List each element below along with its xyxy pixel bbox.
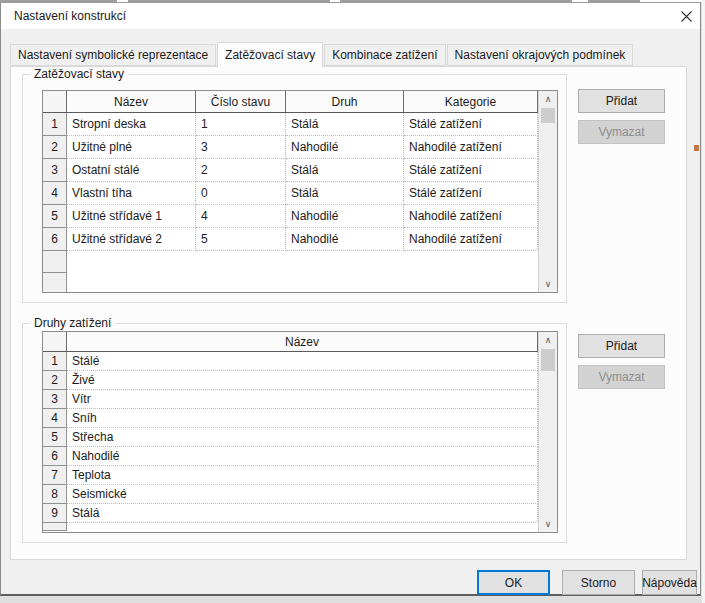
cell-cislo-stavu[interactable]: 5 <box>196 228 286 251</box>
cell-nazev[interactable]: Ostatní stálé <box>67 159 196 182</box>
cell-nazev[interactable]: Vlastní tíha <box>67 182 196 205</box>
cancel-button[interactable]: Storno <box>562 570 635 595</box>
cell-nazev[interactable]: Užitné střídavé 1 <box>67 205 196 228</box>
table-row: 3 Vítr <box>43 390 538 409</box>
table-row: 9 Stálá <box>43 504 538 523</box>
cell-kategorie[interactable]: Nahodilé zatížení <box>404 205 538 228</box>
cell-druh[interactable]: Nahodilé <box>286 228 404 251</box>
cell-cislo-stavu[interactable]: 3 <box>196 136 286 159</box>
tab-nastaveni-symbolicke-reprezentace[interactable]: Nastavení symbolické reprezentace <box>10 44 216 66</box>
row-number-cell[interactable]: 1 <box>43 113 67 136</box>
cell-nazev[interactable]: Stálé <box>67 352 538 371</box>
table-row: 8 Seismické <box>43 485 538 504</box>
column-header-nazev: Název <box>67 91 196 113</box>
cell-kategorie[interactable]: Stálé zatížení <box>404 182 538 205</box>
cell-cislo-stavu[interactable]: 0 <box>196 182 286 205</box>
row-number-cell[interactable]: 2 <box>43 371 67 390</box>
row-number-cell[interactable]: 4 <box>43 409 67 428</box>
header-row: Název <box>43 332 538 352</box>
groupbox-zatezovaci-stavy-label: Zatěžovací stavy <box>30 67 128 81</box>
row-number-cell[interactable]: 7 <box>43 466 67 485</box>
row-number-cell[interactable]: 8 <box>43 485 67 504</box>
close-button[interactable] <box>672 3 700 29</box>
cell-nazev[interactable]: Užitné plné <box>67 136 196 159</box>
cell-cislo-stavu[interactable]: 2 <box>196 159 286 182</box>
cell-nazev[interactable]: Teplota <box>67 466 538 485</box>
row-number-cell[interactable]: 4 <box>43 182 67 205</box>
row-number-cell[interactable]: 1 <box>43 352 67 371</box>
tab-kombinace-zatizeni[interactable]: Kombinace zatížení <box>324 44 445 66</box>
table-row: 2 Užitné plné 3 Nahodilé Nahodilé zatíže… <box>43 136 538 159</box>
row-number-cell[interactable]: 6 <box>43 228 67 251</box>
table-row: 1 Stálé <box>43 352 538 371</box>
scrollbar-thumb[interactable] <box>541 108 555 123</box>
table-filler <box>43 273 538 292</box>
row-number-cell[interactable]: 2 <box>43 136 67 159</box>
row-number-cell[interactable]: 5 <box>43 428 67 447</box>
load-cases-grid-body: Název Číslo stavu Druh Kategorie 1 Strop… <box>43 91 538 292</box>
scroll-up-icon[interactable]: ∧ <box>539 332 557 348</box>
cell-nazev[interactable]: Nahodilé <box>67 447 538 466</box>
close-icon <box>680 10 693 23</box>
cell-kategorie[interactable]: Nahodilé zatížení <box>404 136 538 159</box>
cell-nazev[interactable]: Stálá <box>67 504 538 523</box>
load-types-add-button[interactable]: Přidat <box>578 334 665 358</box>
dialog-title: Nastavení konstrukcí <box>14 3 126 29</box>
row-number-cell[interactable]: 6 <box>43 447 67 466</box>
load-types-delete-button: Vymazat <box>578 365 665 389</box>
cell-nazev[interactable]: Užitné střídavé 2 <box>67 228 196 251</box>
row-number-cell[interactable]: 9 <box>43 504 67 523</box>
scroll-down-icon[interactable]: ∨ <box>539 516 557 532</box>
screen: Nastavení konstrukcí Nastavení symbolick… <box>0 0 705 603</box>
table-row: 1 Stropní deska 1 Stálá Stálé zatížení <box>43 113 538 136</box>
load-types-grid-body: Název 1 Stálé 2 Živé 3 Vítr 4 Sníh 5 Stř… <box>43 332 538 532</box>
cell-kategorie[interactable]: Stálé zatížení <box>404 113 538 136</box>
cell-druh[interactable]: Nahodilé <box>286 136 404 159</box>
ok-button[interactable]: OK <box>477 570 550 595</box>
cell-nazev[interactable]: Živé <box>67 371 538 390</box>
cell-nazev[interactable]: Stropní deska <box>67 113 196 136</box>
cell-kategorie[interactable]: Nahodilé zatížení <box>404 228 538 251</box>
cell-nazev[interactable]: Vítr <box>67 390 538 409</box>
title-bar: Nastavení konstrukcí <box>1 3 700 29</box>
scroll-up-icon[interactable]: ∧ <box>539 91 557 107</box>
empty-row-header[interactable] <box>43 523 67 531</box>
cell-nazev[interactable]: Sníh <box>67 409 538 428</box>
empty-row-header[interactable] <box>43 251 67 273</box>
row-number-cell[interactable]: 5 <box>43 205 67 228</box>
cell-nazev[interactable]: Střecha <box>67 428 538 447</box>
row-number-cell[interactable]: 3 <box>43 390 67 409</box>
row-header-filler <box>43 273 67 292</box>
table-row: 3 Ostatní stálé 2 Stálá Stálé zatížení <box>43 159 538 182</box>
header-row: Název Číslo stavu Druh Kategorie <box>43 91 538 113</box>
cell-druh[interactable]: Stálá <box>286 182 404 205</box>
cell-druh[interactable]: Nahodilé <box>286 205 404 228</box>
column-header-cislo-stavu: Číslo stavu <box>196 91 286 113</box>
load-cases-add-button[interactable]: Přidat <box>578 89 665 113</box>
tab-zatezovaci-stavy[interactable]: Zatěžovací stavy <box>217 42 323 67</box>
column-header-druh: Druh <box>286 91 404 113</box>
row-number-cell[interactable]: 3 <box>43 159 67 182</box>
load-cases-scrollbar[interactable]: ∧ ∨ <box>538 91 557 292</box>
table-row: 5 Užitné střídavé 1 4 Nahodilé Nahodilé … <box>43 205 538 228</box>
help-button[interactable]: Nápověda <box>642 570 697 595</box>
cell-cislo-stavu[interactable]: 4 <box>196 205 286 228</box>
table-row: 4 Sníh <box>43 409 538 428</box>
scroll-down-icon[interactable]: ∨ <box>539 276 557 292</box>
cell-druh[interactable]: Stálá <box>286 159 404 182</box>
cell-cislo-stavu[interactable]: 1 <box>196 113 286 136</box>
tab-nastaveni-okrajovych-podminek[interactable]: Nastavení okrajových podmínek <box>447 44 634 66</box>
load-cases-table: Název Číslo stavu Druh Kategorie 1 Strop… <box>42 90 558 293</box>
table-row: 2 Živé <box>43 371 538 390</box>
table-row: 6 Užitné střídavé 2 5 Nahodilé Nahodilé … <box>43 228 538 251</box>
scrollbar-thumb[interactable] <box>541 349 555 371</box>
cell-druh[interactable]: Stálá <box>286 113 404 136</box>
groupbox-druhy-zatizeni-label: Druhy zatížení <box>30 316 115 330</box>
partial-row <box>43 523 538 531</box>
load-types-scrollbar[interactable]: ∧ ∨ <box>538 332 557 532</box>
cell-kategorie[interactable]: Stálé zatížení <box>404 159 538 182</box>
cell-nazev[interactable]: Seismické <box>67 485 538 504</box>
table-row: 6 Nahodilé <box>43 447 538 466</box>
background-artifact <box>694 145 699 151</box>
table-row: 7 Teplota <box>43 466 538 485</box>
